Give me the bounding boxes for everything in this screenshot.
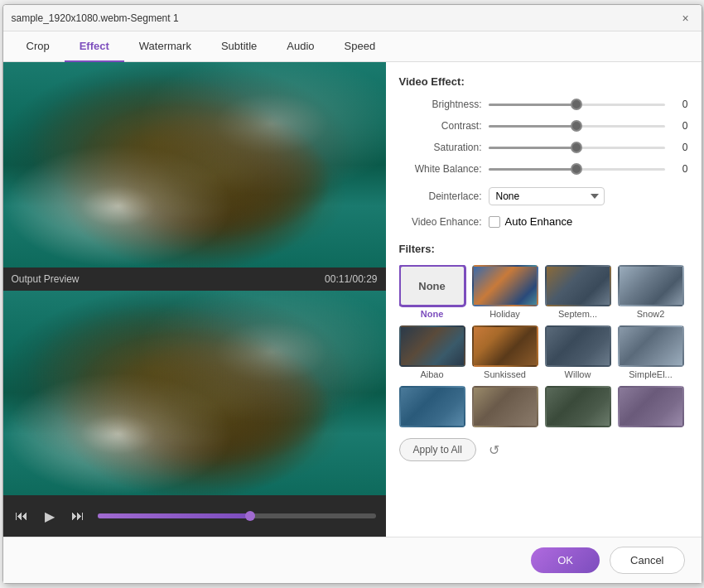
filter-sunkissed[interactable]: Sunkissed	[472, 325, 538, 379]
close-button[interactable]: ×	[678, 11, 693, 26]
video-effect-title: Video Effect:	[399, 75, 688, 88]
filter-none[interactable]: None None	[399, 265, 465, 319]
filter-thumb-none: None	[399, 265, 465, 306]
auto-enhance-checkbox[interactable]: Auto Enhance	[489, 215, 573, 228]
filter-thumb-willow	[545, 325, 611, 367]
white-balance-value: 0	[672, 163, 688, 175]
filter-row3-3[interactable]	[545, 386, 611, 430]
preview-divider: Output Preview 00:11/00:29	[3, 267, 386, 291]
filter-label-snow2: Snow2	[637, 309, 665, 319]
filter-simpleel[interactable]: SimpleEl...	[618, 325, 684, 379]
filter-thumb-aibao	[399, 325, 465, 367]
none-label-in-thumb: None	[418, 280, 446, 292]
right-panel: Video Effect: Brightness: 0 Contrast:	[386, 62, 702, 537]
filters-grid-wrapper: None None Holiday Septem...	[399, 265, 688, 430]
saturation-row: Saturation: 0	[399, 141, 688, 154]
filter-label-none: None	[421, 309, 444, 319]
aerial-preview-top	[3, 62, 386, 267]
filter-thumb-snow2	[618, 265, 684, 306]
tab-crop[interactable]: Crop	[12, 31, 65, 62]
tabs-row: Crop Effect Watermark Subtitle Audio Spe…	[3, 31, 702, 62]
filter-thumb-row3-4	[618, 386, 684, 427]
progress-thumb	[245, 511, 255, 521]
title-bar: sample_1920x1080.webm-Segment 1 ×	[3, 5, 702, 31]
contrast-value: 0	[672, 120, 688, 132]
deinterlace-row: Deinterlace: None Top Field First Bottom…	[399, 187, 688, 205]
white-balance-slider[interactable]	[489, 162, 665, 176]
deinterlace-label: Deinterlace:	[399, 190, 482, 202]
filter-thumb-sunkissed	[472, 325, 538, 367]
contrast-slider[interactable]	[489, 119, 665, 133]
saturation-value: 0	[672, 142, 688, 153]
filter-label-septem: Septem...	[558, 309, 597, 319]
tab-watermark[interactable]: Watermark	[124, 31, 206, 62]
filters-grid: None None Holiday Septem...	[399, 265, 688, 430]
brightness-row: Brightness: 0	[399, 98, 688, 111]
filters-section: Filters: None None Holi	[399, 243, 688, 528]
contrast-label: Contrast:	[399, 120, 482, 132]
contrast-row: Contrast: 0	[399, 119, 688, 133]
filter-aibao[interactable]: Aibao	[399, 325, 465, 379]
brightness-slider[interactable]	[489, 98, 665, 111]
window-title: sample_1920x1080.webm-Segment 1	[12, 12, 179, 24]
tab-speed[interactable]: Speed	[330, 31, 391, 62]
brightness-label: Brightness:	[399, 99, 482, 110]
next-button[interactable]: ⏭	[66, 504, 89, 528]
filter-row3-1[interactable]	[399, 386, 465, 430]
progress-bar[interactable]	[98, 513, 376, 518]
apply-all-button[interactable]: Apply to All	[399, 438, 476, 461]
filters-title: Filters:	[399, 243, 688, 255]
progress-fill	[98, 513, 251, 518]
filter-septem[interactable]: Septem...	[545, 265, 611, 319]
saturation-label: Saturation:	[399, 142, 482, 153]
filter-label-holiday: Holiday	[489, 309, 520, 319]
play-button[interactable]: ▶	[38, 504, 61, 528]
tab-audio[interactable]: Audio	[272, 31, 329, 62]
filter-label-aibao: Aibao	[420, 369, 443, 379]
ok-button[interactable]: OK	[531, 547, 600, 573]
filter-label-simpleel: SimpleEl...	[629, 369, 673, 379]
aerial-preview-bottom	[3, 291, 386, 496]
tab-subtitle[interactable]: Subtitle	[206, 31, 272, 62]
filter-holiday[interactable]: Holiday	[472, 265, 538, 319]
filter-thumb-septem	[545, 265, 611, 306]
filter-snow2[interactable]: Snow2	[618, 265, 684, 319]
video-preview: Output Preview 00:11/00:29	[3, 62, 386, 495]
tab-effect[interactable]: Effect	[65, 31, 124, 62]
preview-top	[3, 62, 386, 267]
bottom-bar: OK Cancel	[3, 537, 702, 583]
filter-thumb-row3-1	[399, 386, 465, 427]
cancel-button[interactable]: Cancel	[610, 547, 684, 574]
filter-label-sunkissed: Sunkissed	[484, 369, 526, 379]
filter-label-willow: Willow	[565, 369, 591, 379]
filters-bottom: Apply to All ↺	[399, 438, 688, 461]
checkbox-box	[489, 216, 500, 228]
reset-button[interactable]: ↺	[483, 438, 506, 461]
filter-row3-4[interactable]	[618, 386, 684, 430]
white-balance-label: White Balance:	[399, 163, 482, 175]
filter-thumb-row3-2	[472, 386, 538, 427]
filter-thumb-row3-3	[545, 386, 611, 427]
output-preview-label: Output Preview	[12, 273, 80, 285]
filter-willow[interactable]: Willow	[545, 325, 611, 379]
main-window: sample_1920x1080.webm-Segment 1 × Crop E…	[2, 4, 702, 584]
preview-bottom	[3, 291, 386, 496]
white-balance-row: White Balance: 0	[399, 162, 688, 176]
controls-bar: ⏮ ▶ ⏭	[3, 495, 386, 537]
prev-button[interactable]: ⏮	[10, 504, 33, 528]
content-area: Output Preview 00:11/00:29 ⏮ ▶ ⏭	[3, 62, 702, 537]
filter-thumb-simpleel	[618, 325, 684, 367]
enhance-row: Video Enhance: Auto Enhance	[399, 215, 688, 228]
left-panel: Output Preview 00:11/00:29 ⏮ ▶ ⏭	[3, 62, 386, 537]
filter-thumb-holiday	[472, 265, 538, 306]
brightness-value: 0	[672, 99, 688, 110]
deinterlace-select[interactable]: None Top Field First Bottom Field First	[489, 187, 605, 205]
video-enhance-label: Video Enhance:	[399, 216, 482, 228]
filter-row3-2[interactable]	[472, 386, 538, 430]
saturation-slider[interactable]	[489, 141, 665, 154]
auto-enhance-label: Auto Enhance	[505, 215, 573, 228]
timestamp-label: 00:11/00:29	[325, 273, 377, 285]
